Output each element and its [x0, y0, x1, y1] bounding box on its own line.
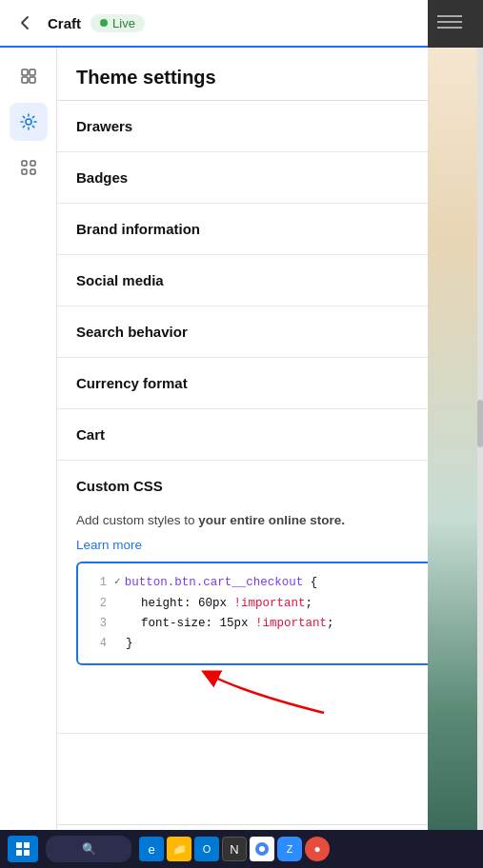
line-number-1: 1 — [88, 573, 107, 592]
preview-panel-body — [428, 48, 483, 830]
accordion-badges-header[interactable]: Badges ⌄ — [57, 152, 483, 203]
svg-point-4 — [26, 119, 31, 125]
accordion-social-media-label: Social media — [76, 272, 164, 288]
svg-rect-2 — [22, 77, 28, 83]
accordion-brand-information-label: Brand information — [76, 221, 200, 237]
learn-more-link[interactable]: Learn more — [76, 538, 142, 552]
code-important-1: !important — [234, 597, 306, 610]
panel-title: Theme settings — [57, 48, 483, 101]
accordion-custom-css: Custom CSS ⌄ Add custom styles to your e… — [57, 461, 483, 734]
accordion-search-behavior-header[interactable]: Search behavior ⌄ — [57, 306, 483, 357]
accordion-social-media-header[interactable]: Social media ⌄ — [57, 255, 483, 306]
live-badge: Live — [91, 14, 145, 32]
svg-rect-9 — [16, 842, 22, 848]
preview-panel-header — [428, 0, 483, 48]
scrollbar-track[interactable] — [477, 48, 483, 830]
taskbar-chrome-icon[interactable] — [250, 837, 274, 861]
taskbar-folder-icon[interactable]: 📁 — [167, 837, 191, 861]
accordion-badges-label: Badges — [76, 169, 128, 186]
accordion-brand-information-header[interactable]: Brand information ⌄ — [57, 204, 483, 254]
accordion-currency-format-header[interactable]: Currency format ⌄ — [57, 358, 483, 408]
line-number-3: 3 — [88, 614, 107, 633]
accordion-cart-label: Cart — [76, 426, 105, 443]
taskbar-apps: e 📁 O N Z ● — [139, 837, 330, 861]
taskbar-edge-icon[interactable]: e — [139, 837, 164, 861]
svg-rect-0 — [22, 69, 28, 75]
line-number-2: 2 — [88, 594, 107, 613]
svg-rect-7 — [22, 169, 27, 174]
code-line-4: 4 } — [88, 634, 453, 654]
sidebar — [0, 48, 57, 868]
custom-css-description: Add custom styles to your entire online … — [76, 511, 464, 530]
live-label: Live — [112, 16, 135, 30]
search-icon: 🔍 — [82, 842, 96, 856]
svg-rect-11 — [16, 850, 22, 856]
svg-rect-5 — [22, 161, 27, 166]
live-dot — [100, 19, 108, 27]
code-property-2: font-size: 15px — [141, 617, 255, 630]
app-name: Craft — [48, 15, 81, 31]
accordion-custom-css-label: Custom CSS — [76, 478, 163, 494]
taskbar-outlook-icon[interactable]: O — [194, 837, 219, 861]
code-property-1: height: 60px — [141, 597, 234, 610]
red-arrow-svg — [152, 665, 343, 718]
sidebar-icon-grid[interactable] — [10, 57, 48, 95]
svg-rect-3 — [30, 77, 35, 83]
code-brace-close: } — [126, 637, 133, 650]
accordion-custom-css-content: Add custom styles to your entire online … — [57, 511, 483, 733]
taskbar: 🔍 e 📁 O N Z ● — [0, 830, 483, 868]
accordion-social-media: Social media ⌄ — [57, 255, 483, 306]
code-selector: button.btn.cart__checkout — [125, 576, 304, 589]
code-important-2: !important — [255, 617, 327, 630]
scrollbar-thumb[interactable] — [477, 400, 483, 447]
accordion-brand-information: Brand information ⌄ — [57, 204, 483, 255]
taskbar-extra-icon[interactable]: ● — [305, 837, 330, 861]
code-editor[interactable]: 1 ✓ button.btn.cart__checkout { 2 height… — [76, 562, 464, 665]
accordion-currency-format-label: Currency format — [76, 375, 188, 391]
content-panel: Theme settings Drawers ⌄ Badges ⌄ Brand … — [57, 48, 483, 868]
main-layout: Theme settings Drawers ⌄ Badges ⌄ Brand … — [0, 48, 483, 868]
accordion-drawers-label: Drawers — [76, 118, 132, 134]
accordion-cart: Cart ⌄ — [57, 409, 483, 461]
accordion-drawers: Drawers ⌄ — [57, 101, 483, 152]
accordion-cart-header[interactable]: Cart ⌄ — [57, 409, 483, 460]
search-button[interactable]: 🔍 — [46, 836, 131, 862]
taskbar-n-icon[interactable]: N — [222, 837, 247, 861]
accordion-search-behavior-label: Search behavior — [76, 324, 188, 340]
svg-rect-1 — [30, 69, 35, 75]
taskbar-zoom-icon[interactable]: Z — [277, 837, 302, 861]
svg-rect-10 — [24, 842, 30, 848]
preview-hamburger — [428, 0, 483, 44]
accordion-search-behavior: Search behavior ⌄ — [57, 306, 483, 358]
arrow-annotation — [76, 665, 464, 718]
code-line-2: 2 height: 60px !important; — [88, 594, 453, 614]
svg-rect-8 — [30, 169, 35, 174]
back-button[interactable] — [11, 10, 38, 36]
accordion-drawers-header[interactable]: Drawers ⌄ — [57, 101, 483, 151]
svg-point-14 — [259, 846, 265, 852]
svg-rect-12 — [24, 850, 30, 856]
start-button[interactable] — [8, 836, 38, 862]
code-line-1: 1 ✓ button.btn.cart__checkout { — [88, 573, 453, 593]
sidebar-icon-settings[interactable] — [10, 103, 48, 141]
accordion-currency-format: Currency format ⌄ — [57, 358, 483, 409]
accordion-badges: Badges ⌄ — [57, 152, 483, 204]
svg-rect-6 — [30, 161, 35, 166]
code-line-3: 3 font-size: 15px !important; — [88, 614, 453, 634]
code-brace-open: { — [311, 576, 318, 589]
top-bar: Craft Live ••• — [0, 0, 483, 48]
line-number-4: 4 — [88, 634, 107, 653]
sidebar-icon-apps[interactable] — [10, 148, 48, 187]
accordion-custom-css-header[interactable]: Custom CSS ⌄ — [57, 461, 483, 511]
